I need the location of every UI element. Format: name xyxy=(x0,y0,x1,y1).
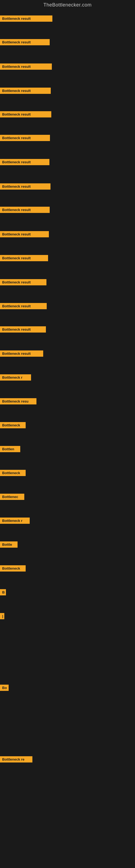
bottleneck-item-5[interactable]: Bottleneck result xyxy=(0,111,51,118)
bottleneck-item-12[interactable]: Bottleneck result xyxy=(0,279,46,285)
bottleneck-item-7[interactable]: Bottleneck result xyxy=(0,159,49,165)
site-title: TheBottlenecker.com xyxy=(0,0,135,10)
bottleneck-item-27[interactable]: Bo xyxy=(0,685,9,691)
bottleneck-item-2[interactable]: Bottleneck result xyxy=(0,39,50,45)
bottleneck-item-10[interactable]: Bottleneck result xyxy=(0,231,49,237)
bottleneck-item-28[interactable]: Bottleneck re xyxy=(0,756,32,763)
bottleneck-item-22[interactable]: Bottleneck r xyxy=(0,518,30,524)
bottleneck-item-24[interactable]: Bottleneck xyxy=(0,565,26,571)
bottleneck-item-17[interactable]: Bottleneck resu xyxy=(0,398,37,404)
bottleneck-item-26[interactable]: | xyxy=(0,613,4,619)
bottleneck-item-16[interactable]: Bottleneck r xyxy=(0,374,31,380)
bottleneck-item-15[interactable]: Bottleneck result xyxy=(0,350,43,357)
bottleneck-item-20[interactable]: Bottleneck xyxy=(0,470,26,476)
bottleneck-item-21[interactable]: Bottlenec xyxy=(0,494,24,500)
page-wrapper: TheBottlenecker.com xyxy=(0,0,135,10)
bottleneck-item-9[interactable]: Bottleneck result xyxy=(0,207,50,213)
bottleneck-item-23[interactable]: Bottle xyxy=(0,541,17,548)
bottleneck-item-3[interactable]: Bottleneck result xyxy=(0,63,52,70)
bottleneck-item-6[interactable]: Bottleneck result xyxy=(0,135,50,141)
bottleneck-item-19[interactable]: Bottlen xyxy=(0,446,20,452)
bottleneck-item-25[interactable]: B xyxy=(0,589,6,595)
bottleneck-item-1[interactable]: Bottleneck result xyxy=(0,16,52,22)
bottleneck-item-4[interactable]: Bottleneck result xyxy=(0,88,51,94)
bottleneck-item-11[interactable]: Bottleneck result xyxy=(0,255,48,261)
bottleneck-item-14[interactable]: Bottleneck result xyxy=(0,326,46,333)
bottleneck-item-8[interactable]: Bottleneck result xyxy=(0,183,50,190)
bottleneck-item-13[interactable]: Bottleneck result xyxy=(0,303,47,309)
bottleneck-item-18[interactable]: Bottleneck xyxy=(0,422,26,428)
